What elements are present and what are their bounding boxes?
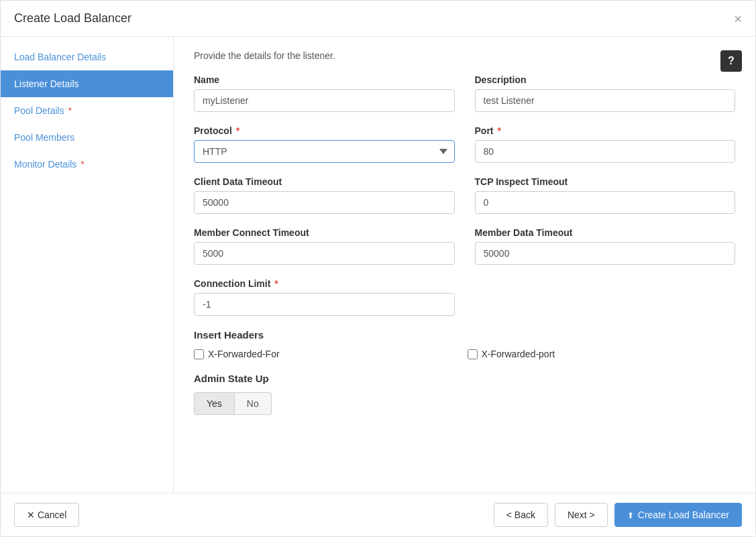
- admin-state-yes-button[interactable]: Yes: [194, 392, 235, 415]
- port-label: Port *: [475, 125, 736, 136]
- footer-left: ✕ Cancel: [14, 503, 79, 527]
- x-forwarded-for-item: X-Forwarded-For: [194, 349, 462, 359]
- connection-limit-row: Connection Limit *: [194, 278, 735, 316]
- monitor-details-required-star: *: [78, 159, 84, 170]
- admin-state-label: Admin State Up: [194, 373, 735, 384]
- admin-state-section: Admin State Up Yes No: [194, 373, 735, 415]
- main-content: ? Provide the details for the listener. …: [174, 37, 755, 493]
- sidebar-item-label: Monitor Details: [14, 159, 76, 170]
- port-input[interactable]: [475, 140, 736, 163]
- x-forwarded-port-label: X-Forwarded-port: [482, 349, 555, 359]
- tcp-inspect-timeout-group: TCP Inspect Timeout: [475, 176, 736, 214]
- cancel-button[interactable]: ✕ Cancel: [14, 503, 79, 527]
- protocol-select[interactable]: HTTP HTTPS TCP TERMINATED_HTTPS: [194, 140, 455, 163]
- member-connect-timeout-label: Member Connect Timeout: [194, 227, 455, 238]
- sidebar-item-pool-details[interactable]: Pool Details *: [1, 97, 173, 124]
- protocol-group: Protocol * HTTP HTTPS TCP TERMINATED_HTT…: [194, 125, 455, 163]
- sidebar: Load Balancer Details Listener Details P…: [1, 37, 174, 493]
- description-input[interactable]: [475, 89, 736, 112]
- sidebar-item-monitor-details[interactable]: Monitor Details *: [1, 151, 173, 178]
- port-required-star: *: [495, 125, 501, 136]
- name-group: Name: [194, 74, 455, 112]
- member-connect-timeout-input[interactable]: [194, 242, 455, 265]
- create-load-balancer-button[interactable]: Create Load Balancer: [614, 503, 742, 527]
- dialog-title: Create Load Balancer: [14, 11, 131, 25]
- footer-right: < Back Next > Create Load Balancer: [494, 503, 742, 527]
- member-connect-timeout-group: Member Connect Timeout: [194, 227, 455, 265]
- client-data-timeout-input[interactable]: [194, 191, 455, 214]
- spacer-group: [475, 278, 736, 316]
- checkbox-row: X-Forwarded-For X-Forwarded-port: [194, 349, 735, 359]
- create-load-balancer-dialog: Create Load Balancer × Load Balancer Det…: [0, 0, 756, 537]
- sidebar-item-label: Listener Details: [14, 78, 79, 89]
- connection-limit-label: Connection Limit *: [194, 278, 455, 289]
- connection-limit-input[interactable]: [194, 293, 455, 316]
- close-button[interactable]: ×: [734, 12, 742, 25]
- x-forwarded-for-checkbox[interactable]: [194, 349, 204, 359]
- protocol-required-star: *: [233, 125, 239, 136]
- name-description-row: Name Description: [194, 74, 735, 112]
- description-group: Description: [475, 74, 736, 112]
- connection-limit-required-star: *: [272, 278, 278, 289]
- dialog-footer: ✕ Cancel < Back Next > Create Load Balan…: [1, 493, 755, 536]
- x-forwarded-port-item: X-Forwarded-port: [468, 349, 736, 359]
- timeout-row-2: Member Connect Timeout Member Data Timeo…: [194, 227, 735, 265]
- protocol-label: Protocol *: [194, 125, 455, 136]
- name-label: Name: [194, 74, 455, 85]
- insert-headers-section: Insert Headers X-Forwarded-For X-Forward…: [194, 329, 735, 359]
- member-data-timeout-label: Member Data Timeout: [475, 227, 736, 238]
- sidebar-item-pool-members[interactable]: Pool Members: [1, 124, 173, 151]
- back-button[interactable]: < Back: [494, 503, 548, 527]
- description-text: Provide the details for the listener.: [194, 50, 735, 61]
- sidebar-item-listener-details[interactable]: Listener Details: [1, 70, 173, 97]
- description-label: Description: [475, 74, 736, 85]
- member-data-timeout-input[interactable]: [475, 242, 736, 265]
- protocol-port-row: Protocol * HTTP HTTPS TCP TERMINATED_HTT…: [194, 125, 735, 163]
- dialog-body: Load Balancer Details Listener Details P…: [1, 37, 755, 493]
- x-forwarded-port-checkbox[interactable]: [468, 349, 478, 359]
- name-input[interactable]: [194, 89, 455, 112]
- insert-headers-label: Insert Headers: [194, 329, 735, 341]
- sidebar-item-label: Load Balancer Details: [14, 52, 106, 62]
- member-data-timeout-group: Member Data Timeout: [475, 227, 736, 265]
- dialog-header: Create Load Balancer ×: [1, 1, 755, 37]
- sidebar-item-label: Pool Details: [14, 105, 64, 116]
- tcp-inspect-timeout-input[interactable]: [475, 191, 736, 214]
- help-button[interactable]: ?: [720, 50, 742, 72]
- tcp-inspect-timeout-label: TCP Inspect Timeout: [475, 176, 736, 187]
- sidebar-item-label: Pool Members: [14, 132, 74, 143]
- connection-limit-group: Connection Limit *: [194, 278, 455, 316]
- client-data-timeout-label: Client Data Timeout: [194, 176, 455, 187]
- admin-state-toggle-group: Yes No: [194, 392, 735, 415]
- sidebar-item-load-balancer-details[interactable]: Load Balancer Details: [1, 44, 173, 70]
- next-button[interactable]: Next >: [555, 503, 608, 527]
- client-data-timeout-group: Client Data Timeout: [194, 176, 455, 214]
- x-forwarded-for-label: X-Forwarded-For: [208, 349, 280, 359]
- timeout-row-1: Client Data Timeout TCP Inspect Timeout: [194, 176, 735, 214]
- admin-state-no-button[interactable]: No: [235, 392, 272, 415]
- pool-details-required-star: *: [66, 105, 72, 116]
- port-group: Port *: [475, 125, 736, 163]
- upload-icon: [627, 510, 634, 520]
